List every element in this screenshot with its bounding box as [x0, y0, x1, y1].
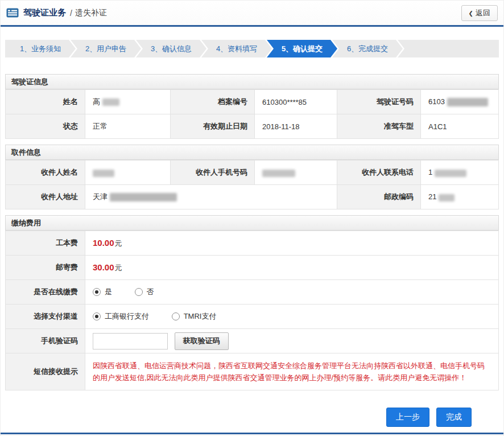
redacted-text [93, 170, 114, 177]
table-row: 选择支付渠道 工商银行支付 TMRI支付 [6, 305, 499, 329]
payment-channel-options: 工商银行支付 TMRI支付 [85, 305, 499, 329]
license-number-value: 6103 [421, 90, 499, 114]
step-wizard-filler [398, 40, 499, 57]
sms-notice-text: 因陕西省联通、电信运营商技术问题，陕西省互联网交通安全综合服务管理平台无法向持陕… [93, 360, 490, 384]
pickup-info-section: 取件信息 收件人姓名 收件人手机号码 收件人联系电话 1 收件人地址 天津 邮政… [5, 145, 499, 209]
get-sms-code-button[interactable]: 获取验证码 [175, 332, 229, 350]
page: 驾驶证业务 / 遗失补证 返回 1、业务须知 2、用户申告 3、确认信息 4、资… [0, 0, 504, 436]
mailing-fee-label: 邮寄费 [6, 256, 85, 280]
step-wizard: 1、业务须知 2、用户申告 3、确认信息 4、资料填写 5、确认提交 6、完成提… [5, 40, 499, 57]
radio-label: TMRI支付 [184, 311, 217, 322]
zip-code-label: 邮政编码 [337, 185, 421, 209]
table-row: 是否在线缴费 是 否 [6, 280, 499, 305]
table-row: 邮寄费 30.00元 [6, 256, 499, 280]
redacted-text [435, 170, 466, 177]
payment-channel-label: 选择支付渠道 [6, 305, 85, 329]
channel-tmri-radio[interactable]: TMRI支付 [172, 311, 217, 322]
channel-icbc-radio[interactable]: 工商银行支付 [93, 311, 149, 322]
radio-unselected-icon [135, 288, 143, 296]
vehicle-class-label: 准驾车型 [337, 114, 421, 139]
file-number-label: 档案编号 [171, 90, 255, 114]
online-payment-label: 是否在线缴费 [6, 280, 85, 305]
sms-notice-cell: 因陕西省联通、电信运营商技术问题，陕西省互联网交通安全综合服务管理平台无法向持陕… [85, 353, 499, 390]
finish-button[interactable]: 完成 [436, 408, 472, 427]
recipient-address-label: 收件人地址 [6, 185, 85, 209]
radio-label: 工商银行支付 [105, 311, 149, 322]
fees-table: 工本费 10.00元 邮寄费 30.00元 是否在线缴费 是 否 [5, 231, 499, 390]
chevron-left-icon [469, 9, 476, 17]
header: 驾驶证业务 / 遗失补证 返回 [1, 1, 503, 27]
recipient-name-label: 收件人姓名 [6, 161, 85, 185]
step-2-user-declaration[interactable]: 2、用户申告 [71, 40, 141, 57]
license-number-label: 驾驶证号码 [337, 90, 421, 114]
sms-notice-label: 短信接收提示 [6, 353, 85, 390]
radio-selected-icon [93, 312, 101, 320]
breadcrumb-subpage: 遗失补证 [75, 8, 107, 18]
previous-step-button[interactable]: 上一步 [386, 408, 429, 427]
redacted-text [439, 194, 455, 201]
recipient-phone-label: 收件人联系电话 [337, 161, 421, 185]
radio-selected-icon [93, 288, 101, 296]
table-row: 姓名 高 档案编号 610300****85 驾驶证号码 6103 [6, 90, 499, 114]
recipient-mobile-value [255, 161, 337, 185]
expiry-date-value: 2018-11-18 [255, 114, 337, 139]
radio-unselected-icon [172, 312, 180, 320]
mailing-fee-value: 30.00元 [85, 256, 499, 280]
status-label: 状态 [6, 114, 85, 139]
name-label: 姓名 [6, 90, 85, 114]
license-info-section-title: 驾驶证信息 [5, 74, 499, 89]
footer-actions: 上一步 完成 [1, 408, 503, 427]
back-button[interactable]: 返回 [461, 5, 498, 21]
production-fee-value: 10.00元 [85, 231, 499, 256]
status-value: 正常 [85, 114, 171, 139]
step-6-complete-submit[interactable]: 6、完成提交 [332, 40, 403, 57]
license-info-table: 姓名 高 档案编号 610300****85 驾驶证号码 6103 状态 正常 … [5, 89, 499, 139]
online-pay-no-radio[interactable]: 否 [135, 287, 154, 297]
production-fee-label: 工本费 [6, 231, 85, 256]
license-info-section: 驾驶证信息 姓名 高 档案编号 610300****85 驾驶证号码 6103 … [5, 74, 499, 139]
recipient-address-value: 天津 [85, 185, 337, 209]
redacted-text [447, 98, 488, 106]
license-services-icon [6, 8, 19, 18]
fees-section-title: 缴纳费用 [5, 215, 499, 231]
step-4-fill-materials[interactable]: 4、资料填写 [201, 40, 272, 57]
back-button-label: 返回 [476, 8, 490, 18]
redacted-text [262, 170, 295, 177]
step-5-confirm-submit[interactable]: 5、确认提交 [267, 40, 337, 57]
zip-code-value: 21 [421, 185, 499, 209]
radio-label: 是 [105, 287, 112, 297]
bottom-divider [1, 433, 503, 434]
sms-code-field-cell: 获取验证码 [85, 329, 499, 353]
pickup-info-table: 收件人姓名 收件人手机号码 收件人联系电话 1 收件人地址 天津 邮政编码 21 [5, 160, 499, 209]
table-row: 收件人姓名 收件人手机号码 收件人联系电话 1 [6, 161, 499, 185]
table-row: 短信接收提示 因陕西省联通、电信运营商技术问题，陕西省互联网交通安全综合服务管理… [6, 353, 499, 390]
fees-section: 缴纳费用 工本费 10.00元 邮寄费 30.00元 是否在线缴费 是 [5, 215, 499, 390]
page-title: 驾驶证业务 [23, 7, 66, 18]
step-3-confirm-info[interactable]: 3、确认信息 [136, 40, 206, 57]
breadcrumb-divider: / [70, 9, 72, 18]
recipient-phone-value: 1 [421, 161, 499, 185]
expiry-date-label: 有效期止日期 [171, 114, 255, 139]
table-row: 状态 正常 有效期止日期 2018-11-18 准驾车型 A1C1 [6, 114, 499, 139]
pickup-info-section-title: 取件信息 [5, 145, 499, 160]
name-value: 高 [85, 90, 171, 114]
vehicle-class-value: A1C1 [421, 114, 499, 139]
online-payment-options: 是 否 [85, 280, 499, 305]
radio-label: 否 [147, 287, 154, 297]
sms-code-label: 手机验证码 [6, 329, 85, 353]
step-1-business-notice[interactable]: 1、业务须知 [5, 40, 76, 57]
table-row: 收件人地址 天津 邮政编码 21 [6, 185, 499, 209]
recipient-name-value [85, 161, 171, 185]
recipient-mobile-label: 收件人手机号码 [171, 161, 255, 185]
online-pay-yes-radio[interactable]: 是 [93, 287, 112, 297]
redacted-text [110, 193, 177, 201]
table-row: 工本费 10.00元 [6, 231, 499, 256]
table-row: 手机验证码 获取验证码 [6, 329, 499, 353]
sms-code-input[interactable] [93, 333, 168, 349]
file-number-value: 610300****85 [255, 90, 337, 114]
redacted-text [102, 98, 119, 106]
